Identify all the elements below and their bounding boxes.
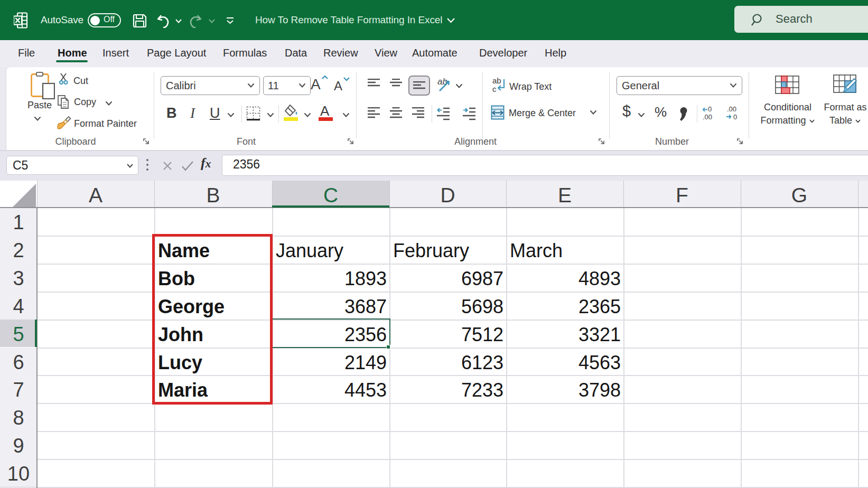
svg-text:c: c xyxy=(492,85,497,93)
svg-text:A: A xyxy=(334,79,342,92)
svg-text:ab: ab xyxy=(492,77,501,85)
svg-text:A: A xyxy=(320,105,330,119)
svg-text:A: A xyxy=(311,76,321,91)
svg-text:.00: .00 xyxy=(727,106,736,113)
svg-text:.00: .00 xyxy=(703,113,712,120)
svg-text:0: 0 xyxy=(733,113,737,120)
svg-text:0: 0 xyxy=(708,106,712,113)
